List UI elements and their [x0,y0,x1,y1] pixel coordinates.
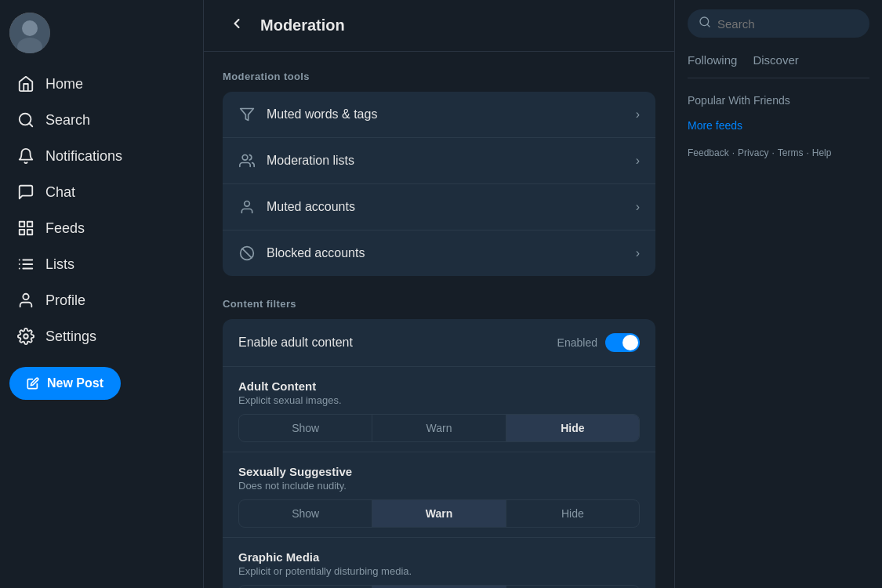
graphic-media-seg-control: Show Warn Hide [238,585,640,588]
adult-warn-btn[interactable]: Warn [372,415,506,441]
svg-point-18 [242,155,248,161]
help-link[interactable]: Help [812,147,832,158]
adult-content-name: Adult Content [238,379,640,393]
new-post-button[interactable]: New Post [9,367,121,400]
muted-account-icon [238,198,256,216]
search-input[interactable] [717,17,858,31]
muted-words-label: Muted words & tags [267,107,377,122]
sidebar-item-chat-label: Chat [45,184,75,201]
search-bar [688,9,869,38]
blocked-accounts-label: Blocked accounts [267,246,365,260]
sidebar-item-home[interactable]: Home [9,66,194,102]
chevron-right-icon-2: › [636,154,640,168]
chevron-right-icon-3: › [636,200,640,214]
blocked-accounts-item[interactable]: Blocked accounts › [223,230,655,276]
svg-point-15 [23,294,28,299]
sidebar-item-lists-label: Lists [45,256,74,273]
lists-icon [17,256,34,273]
feeds-icon [17,220,34,237]
page-title: Moderation [260,16,345,34]
sexually-suggestive-seg-control: Show Warn Hide [238,499,640,528]
suggestive-warn-btn[interactable]: Warn [372,500,506,527]
graphic-media-filter: Graphic Media Explicit or potentially di… [223,538,655,588]
back-button[interactable] [223,13,251,38]
search-icon [17,111,34,129]
sidebar-item-feeds[interactable]: Feeds [9,210,194,246]
sidebar-item-feeds-label: Feeds [45,220,85,237]
main-content: Moderation Moderation tools Muted words … [204,0,674,588]
moderation-lists-label: Moderation lists [267,154,354,168]
sidebar-item-home-label: Home [45,76,83,93]
muted-accounts-item[interactable]: Muted accounts › [223,184,655,230]
privacy-link[interactable]: Privacy [738,147,768,158]
graphic-media-desc: Explicit or potentially disturbing media… [238,565,640,577]
svg-line-21 [242,249,252,258]
sidebar-item-profile-label: Profile [45,292,85,309]
moderation-lists-item[interactable]: Moderation lists › [223,138,655,184]
svg-point-16 [24,334,28,339]
sidebar-item-chat[interactable]: Chat [9,174,194,210]
sidebar-item-notifications-label: Notifications [45,148,122,165]
tab-following[interactable]: Following [688,53,737,71]
sidebar-item-profile[interactable]: Profile [9,282,194,318]
svg-line-4 [29,123,32,126]
main-body: Moderation tools Muted words & tags › [204,52,674,588]
adult-content-desc: Explicit sexual images. [238,394,640,406]
home-icon [17,75,34,93]
suggestive-hide-btn[interactable]: Hide [506,500,639,527]
chevron-right-icon-4: › [636,246,640,260]
footer-links: Feedback · Privacy · Terms · Help [688,147,869,158]
adult-toggle-row: Enable adult content Enabled [223,319,655,367]
toggle-knob [622,335,638,350]
svg-rect-6 [27,222,32,227]
sidebar-item-search[interactable]: Search [9,102,194,138]
chevron-right-icon: › [636,107,640,122]
sidebar-item-search-label: Search [45,112,90,129]
sidebar-item-settings[interactable]: Settings [9,318,194,354]
feed-tabs: Following Discover [688,53,869,78]
content-filters-section-label: Content filters [223,298,655,310]
adult-content-toggle[interactable] [605,333,640,352]
svg-line-23 [707,24,710,27]
feedback-link[interactable]: Feedback [688,147,729,158]
settings-icon [17,328,34,345]
adult-hide-btn[interactable]: Hide [506,415,639,441]
moderation-tools-list: Muted words & tags › Moderation lists [223,92,655,276]
suggestive-show-btn[interactable]: Show [239,500,372,527]
sidebar: Home Search Notifications Chat [0,0,204,588]
svg-point-1 [22,20,38,36]
sexually-suggestive-filter: Sexually Suggestive Does not include nud… [223,452,655,538]
toggle-status-label: Enabled [557,336,597,349]
adult-show-btn[interactable]: Show [239,415,372,441]
popular-with-friends-label: Popular With Friends [688,94,869,107]
svg-point-19 [245,201,250,207]
svg-rect-8 [27,230,32,234]
adult-content-filter: Adult Content Explicit sexual images. Sh… [223,367,655,452]
search-icon-right [699,16,711,31]
sexually-suggestive-desc: Does not include nudity. [238,480,640,492]
svg-rect-7 [20,230,24,234]
sexually-suggestive-name: Sexually Suggestive [238,465,640,478]
new-post-label: New Post [47,376,103,390]
chat-icon [17,183,34,201]
blocked-icon [238,245,256,262]
more-feeds-link[interactable]: More feeds [688,119,869,132]
graphic-media-name: Graphic Media [238,550,640,564]
muted-words-item[interactable]: Muted words & tags › [223,92,655,138]
sidebar-item-settings-label: Settings [45,328,96,345]
profile-icon [17,292,34,309]
filter-icon [238,106,256,123]
back-icon [229,16,245,31]
moderation-list-icon [238,152,256,169]
right-panel: Following Discover Popular With Friends … [674,0,882,588]
sidebar-item-notifications[interactable]: Notifications [9,138,194,174]
bell-icon [17,147,34,165]
terms-link[interactable]: Terms [778,147,804,158]
avatar[interactable] [9,13,50,53]
sidebar-item-lists[interactable]: Lists [9,246,194,282]
adult-content-seg-control: Show Warn Hide [238,414,640,442]
svg-marker-17 [241,109,254,121]
tab-discover[interactable]: Discover [753,53,798,71]
svg-rect-5 [20,222,24,227]
edit-icon [27,377,39,390]
